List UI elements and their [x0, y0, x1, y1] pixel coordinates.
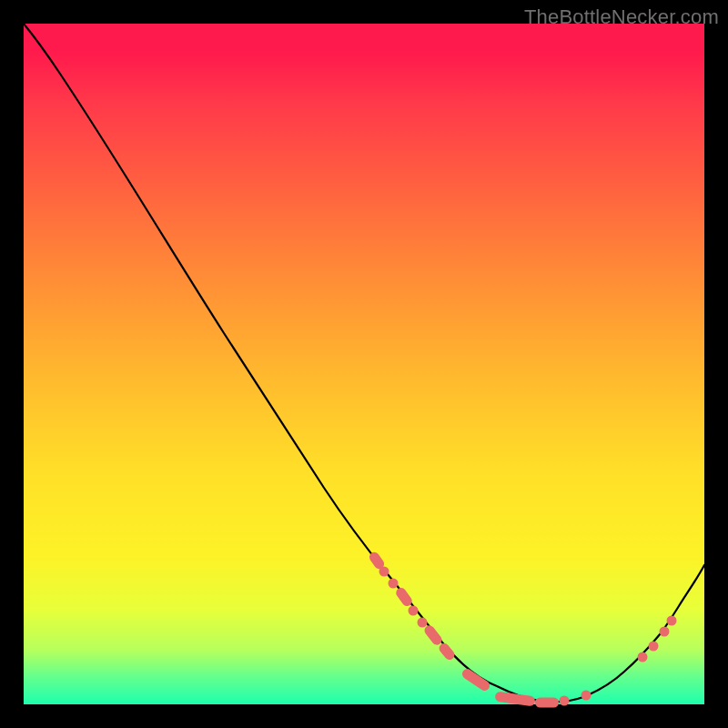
dot-marker — [379, 567, 389, 577]
dot-marker — [638, 652, 648, 662]
chart-plot-area — [24, 24, 704, 704]
bottleneck-curve — [24, 24, 704, 702]
dot-marker — [409, 606, 419, 616]
dot-marker — [389, 579, 399, 589]
marker-group — [368, 551, 677, 708]
dot-marker — [660, 627, 670, 637]
watermark-text: TheBottleNecker.com — [524, 5, 719, 29]
marker-dots — [379, 567, 677, 706]
dot-marker — [418, 618, 428, 628]
pill-marker — [422, 623, 443, 647]
pill-marker — [460, 667, 491, 693]
chart-svg — [24, 24, 704, 704]
pill-marker — [535, 698, 559, 708]
dot-marker — [560, 696, 570, 706]
pill-marker — [437, 642, 456, 662]
dot-marker — [667, 616, 677, 626]
dot-marker — [649, 642, 659, 652]
dot-marker — [581, 691, 592, 701]
marker-pills — [368, 551, 559, 708]
